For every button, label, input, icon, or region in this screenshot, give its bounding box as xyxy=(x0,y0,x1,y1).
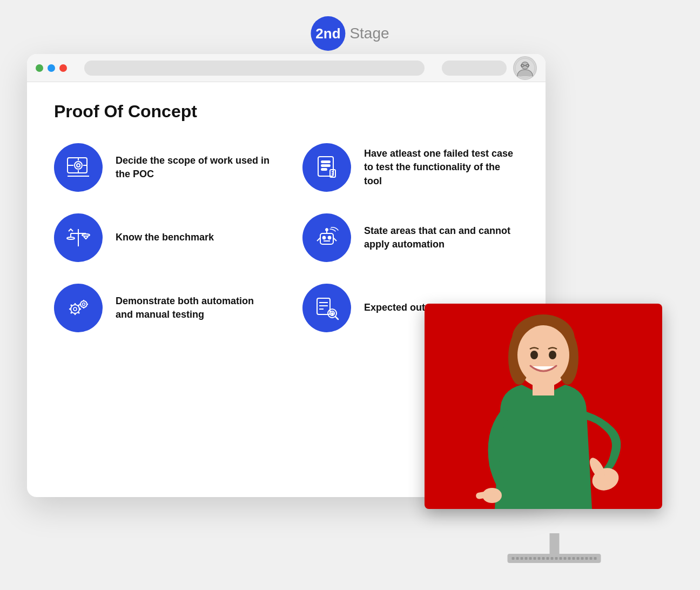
scene: 2nd Stage xyxy=(0,0,700,590)
svg-rect-67 xyxy=(533,382,554,395)
stand-dot xyxy=(560,557,562,560)
stand-dot xyxy=(577,557,580,560)
stand-dot xyxy=(538,557,541,560)
monitor-stand xyxy=(508,533,601,563)
test-icon xyxy=(314,155,340,180)
stand-dot xyxy=(555,557,558,560)
svg-point-62 xyxy=(517,325,569,385)
list-item: State areas that can and cannot apply au… xyxy=(302,213,519,262)
test-icon-circle xyxy=(302,143,351,192)
stand-dot xyxy=(529,557,532,560)
tab-bar[interactable] xyxy=(442,61,507,76)
demonstrate-text: Demonstrate both automation and manual t… xyxy=(116,294,270,321)
browser-toolbar xyxy=(27,54,546,82)
badge-number: 2nd xyxy=(311,16,345,51)
dot-green xyxy=(36,64,43,72)
benchmark-text: Know the benchmark xyxy=(116,231,214,244)
svg-rect-26 xyxy=(320,233,333,244)
stand-dot xyxy=(590,557,593,560)
stand-dot xyxy=(581,557,584,560)
stand-dot xyxy=(551,557,554,560)
person-image xyxy=(425,304,662,509)
outcomes-icon-circle: ? xyxy=(302,284,351,332)
svg-line-40 xyxy=(71,305,72,306)
badge-suffix-text: Stage xyxy=(349,25,389,42)
svg-line-41 xyxy=(78,312,80,314)
stand-dot xyxy=(568,557,571,560)
svg-rect-14 xyxy=(321,161,330,163)
stage-badge: 2nd Stage xyxy=(311,16,389,51)
stand-dot xyxy=(542,557,545,560)
svg-text:?: ? xyxy=(331,312,333,316)
stand-dot xyxy=(525,557,528,560)
monitor-frame xyxy=(425,304,684,563)
svg-rect-16 xyxy=(321,169,327,170)
list-item: Demonstrate both automation and manual t… xyxy=(54,284,270,332)
stand-dot xyxy=(521,557,523,560)
monitor-screen xyxy=(425,304,662,509)
scope-text: Decide the scope of work used in the POC xyxy=(116,154,270,181)
svg-point-25 xyxy=(82,234,90,236)
stand-dot xyxy=(585,557,588,560)
outcomes-icon: ? xyxy=(314,295,340,321)
badge-number-text: 2nd xyxy=(315,25,340,42)
avatar-icon xyxy=(515,58,535,78)
svg-line-56 xyxy=(335,317,338,319)
stand-neck xyxy=(549,533,559,554)
stand-dot xyxy=(547,557,549,560)
svg-point-35 xyxy=(73,307,77,311)
svg-point-8 xyxy=(77,164,80,167)
benchmark-icon xyxy=(65,225,91,251)
scope-icon-circle xyxy=(54,143,103,192)
svg-point-44 xyxy=(80,301,87,307)
svg-point-45 xyxy=(83,303,85,306)
list-item: Have atleast one failed test case to tes… xyxy=(302,143,519,192)
benchmark-icon-circle xyxy=(54,213,103,262)
svg-line-42 xyxy=(78,305,80,306)
scope-icon xyxy=(65,155,91,180)
list-item: Know the benchmark xyxy=(54,213,270,262)
svg-point-31 xyxy=(326,229,328,231)
stand-dot xyxy=(516,557,519,560)
stand-dot xyxy=(512,557,515,560)
robot-icon-circle xyxy=(302,213,351,262)
dot-red xyxy=(59,64,67,72)
svg-point-64 xyxy=(549,351,556,359)
stand-base xyxy=(508,554,601,563)
traffic-lights xyxy=(36,64,67,72)
svg-point-28 xyxy=(328,237,331,239)
robot-icon xyxy=(314,225,340,251)
gears-icon xyxy=(65,295,91,321)
svg-point-7 xyxy=(75,162,82,169)
stand-base-dots xyxy=(512,557,597,560)
gears-icon-circle xyxy=(54,284,103,332)
list-item: Decide the scope of work used in the POC xyxy=(54,143,270,192)
svg-point-27 xyxy=(323,237,326,239)
svg-point-23 xyxy=(67,237,75,239)
stand-dot xyxy=(534,557,536,560)
stand-dot xyxy=(564,557,567,560)
svg-line-43 xyxy=(71,312,72,314)
page-title: Proof Of Concept xyxy=(54,102,519,122)
svg-rect-15 xyxy=(321,165,330,166)
dot-blue xyxy=(48,64,55,72)
stand-dot xyxy=(573,557,575,560)
stand-dot xyxy=(594,557,597,560)
svg-point-63 xyxy=(530,351,538,359)
avatar[interactable] xyxy=(513,56,537,80)
automation-areas-text: State areas that can and cannot apply au… xyxy=(364,224,519,251)
address-bar[interactable] xyxy=(84,61,425,76)
failed-test-text: Have atleast one failed test case to tes… xyxy=(364,147,519,188)
